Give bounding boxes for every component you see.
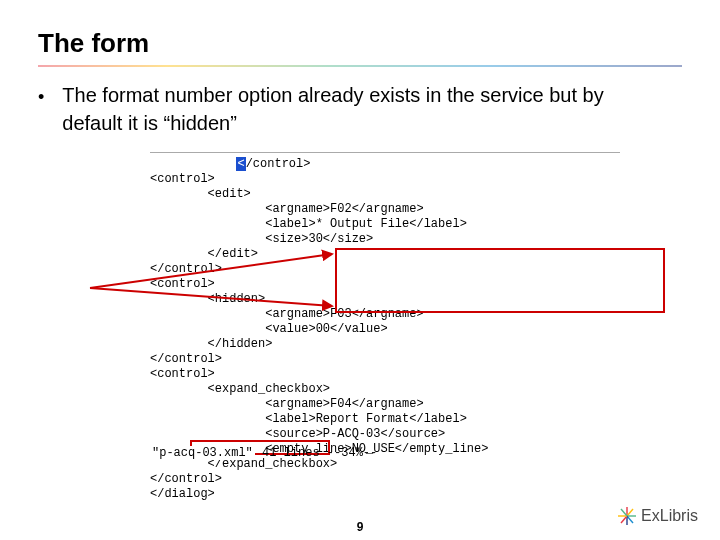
code-line: <source>P-ACQ-03</source> [150,427,445,441]
bullet-text: The format number option already exists … [62,81,662,137]
page-number: 9 [0,520,720,534]
logo-burst-icon [617,506,637,526]
body-row: • The format number option already exist… [38,81,682,137]
annotation-arrows [90,248,350,328]
code-line: </control> [150,352,222,366]
bullet-marker: • [38,83,44,111]
code-line: <control> [150,367,215,381]
code-line: <size>30</size> [150,232,373,246]
code-line: <label>Report Format</label> [150,412,467,426]
code-line: <label>* Output File</label> [150,217,467,231]
slide-title: The form [38,28,682,59]
logo-text: ExLibris [641,507,698,525]
title-underline [38,65,682,67]
code-top-rule [150,152,620,153]
selection-highlight: < [236,157,245,171]
code-line: </control> [150,472,222,486]
svg-line-3 [627,509,633,516]
svg-line-0 [90,254,332,288]
logo: ExLibris [617,506,698,526]
annotation-box-hidden [335,248,665,313]
code-line: </hidden> [150,337,272,351]
code-line: </control> [150,157,310,171]
status-filename: "p-acq-03.xml" [150,446,255,460]
status-info: 41 lines --34%-- [255,446,377,460]
code-line: <control> [150,172,215,186]
svg-line-1 [90,288,332,306]
svg-line-9 [621,509,627,516]
code-line: <expand_checkbox> [150,382,330,396]
svg-line-5 [627,516,633,523]
slide: The form • The format number option alre… [0,0,720,540]
svg-line-7 [621,516,627,523]
code-line: <edit> [150,187,251,201]
code-line: </dialog> [150,487,215,501]
code-line: <argname>F02</argname> [150,202,424,216]
code-line: <argname>F04</argname> [150,397,424,411]
status-line: "p-acq-03.xml" 41 lines --34%-- [150,446,377,460]
